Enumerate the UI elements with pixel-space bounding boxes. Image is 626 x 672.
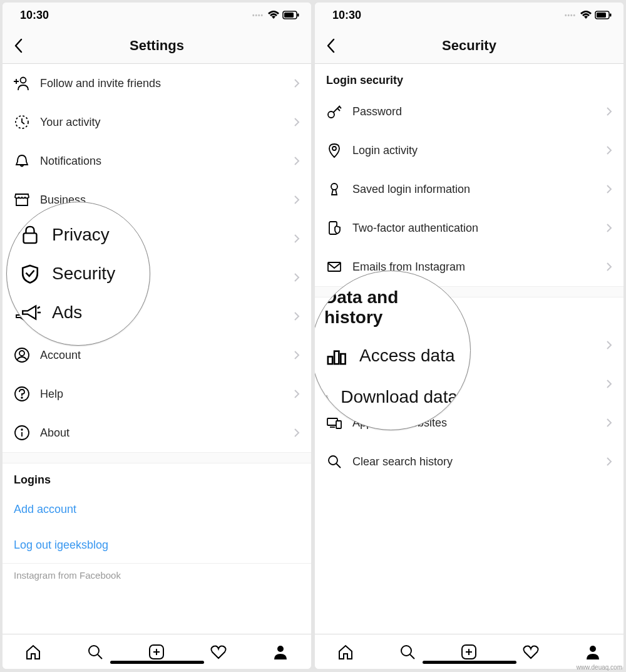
svg-point-14 [21,397,23,398]
status-icons: •••• [252,11,300,19]
tab-profile[interactable] [575,638,610,666]
svg-rect-18 [24,233,37,243]
row-two-factor[interactable]: Two-factor authentication [315,209,623,247]
row-label: Notifications [40,155,294,168]
chevron-right-icon [294,389,300,399]
svg-point-12 [19,351,24,356]
magnifier-access-data: Data and history Access data Download da… [315,271,471,430]
nav-header: Settings [3,28,311,64]
back-button[interactable] [9,33,28,58]
profile-icon [584,643,602,661]
phone-shield-icon [326,220,342,236]
chevron-right-icon [606,379,612,389]
status-time: 10:30 [20,9,49,22]
tab-activity[interactable] [201,638,236,666]
chevron-right-icon [606,457,612,467]
watermark: www.deuaq.com [577,664,622,671]
row-your-activity[interactable]: Your activity [3,103,311,142]
section-gap [3,452,311,463]
phone-left: 10:30 •••• Settings Follow and invite fr… [3,3,311,669]
row-label: Your activity [40,116,294,129]
svg-point-16 [21,429,23,430]
megaphone-icon [19,302,41,323]
status-bar: 10:30 •••• [3,3,311,28]
svg-point-53 [401,646,411,656]
magnifier-security: Privacy Security Ads [6,202,150,346]
row-login-activity[interactable]: Login activity [315,131,623,170]
add-account-link[interactable]: Add account [3,492,311,527]
invite-friends-icon [14,75,30,91]
settings-content: Follow and invite friends Your activity … [3,64,311,634]
tab-home[interactable] [16,638,51,666]
cellular-dots-icon: •••• [252,12,264,19]
row-account[interactable]: Account [3,336,311,375]
search-icon [86,643,104,661]
chevron-right-icon [606,223,612,233]
chevron-right-icon [294,350,300,360]
row-label: Two-factor authentication [352,222,606,235]
mag-row-privacy[interactable]: Privacy [7,215,150,254]
back-button[interactable] [321,33,340,58]
row-label: Password [352,105,606,118]
mag-row-security[interactable]: Security [7,254,150,293]
search-icon [399,643,416,661]
help-icon [14,386,30,402]
account-icon [14,347,30,363]
chevron-right-icon [294,234,300,244]
svg-line-19 [38,307,40,309]
home-indicator[interactable] [423,661,516,664]
mag-section-label: Data and history [324,287,458,328]
wifi-icon [580,11,592,19]
svg-rect-28 [597,13,606,18]
chevron-right-icon [294,78,300,88]
row-notifications[interactable]: Notifications [3,142,311,180]
mag-label: Privacy [52,225,110,245]
svg-point-34 [332,147,336,150]
mag-label: Access data [359,346,455,366]
activity-icon [14,114,30,130]
status-time: 10:30 [332,9,361,22]
row-about[interactable]: About [3,413,311,452]
svg-point-35 [331,184,337,190]
row-help[interactable]: Help [3,375,311,413]
tab-home[interactable] [328,638,363,666]
mail-icon [326,259,342,275]
row-password[interactable]: Password [315,92,623,131]
home-icon [24,643,42,661]
plus-square-icon [148,643,165,661]
row-clear-search[interactable]: Clear search history [315,442,623,481]
tab-profile[interactable] [263,638,298,666]
svg-point-46 [329,456,337,465]
mag-row-access-data[interactable]: Access data [315,335,470,376]
tab-activity[interactable] [513,638,548,666]
chevron-right-icon [294,195,300,205]
svg-point-21 [89,646,99,656]
svg-line-54 [410,654,414,659]
battery-icon [282,11,300,19]
chevron-right-icon [606,106,612,116]
chevron-right-icon [606,418,612,428]
nav-header: Security [315,28,623,64]
row-saved-login[interactable]: Saved login information [315,170,623,209]
chevron-right-icon [294,156,300,166]
wifi-icon [267,11,280,19]
key-icon [326,103,342,120]
row-label: About [40,426,294,440]
chevron-right-icon [606,340,612,350]
svg-line-33 [339,106,341,108]
row-label: Help [40,388,294,401]
row-follow-invite[interactable]: Follow and invite friends [3,64,311,103]
chevron-right-icon [294,428,300,438]
home-icon [337,643,354,661]
home-indicator[interactable] [110,661,204,664]
phone-right: 10:30 •••• Security Login security Passw… [315,3,623,669]
tab-search[interactable] [390,638,425,666]
chevron-left-icon [14,38,23,53]
chevron-right-icon [294,272,300,282]
plus-square-icon [460,643,478,661]
status-bar: 10:30 •••• [315,3,623,28]
lock-icon [19,224,41,246]
svg-rect-50 [341,354,345,364]
log-out-link[interactable]: Log out igeeksblog [3,527,311,563]
tab-search[interactable] [78,638,113,666]
